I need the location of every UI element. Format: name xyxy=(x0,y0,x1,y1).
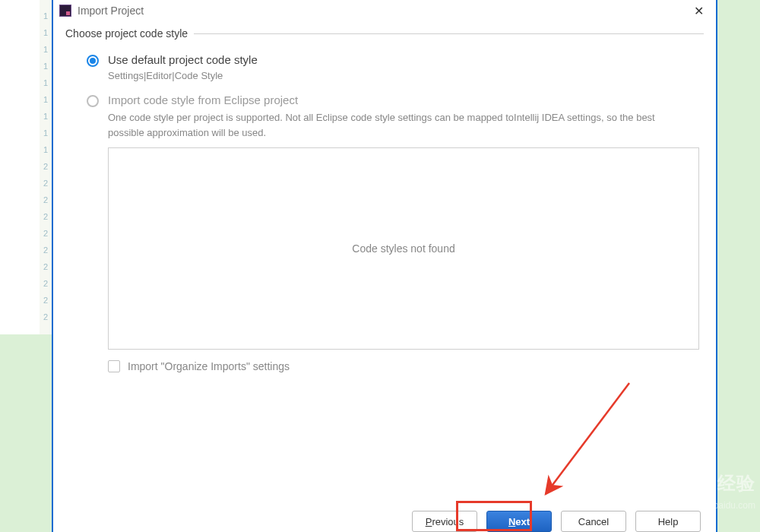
next-button[interactable]: Next xyxy=(486,511,552,532)
background-panel xyxy=(0,0,40,334)
option-default-code-style[interactable]: Use default project code style xyxy=(87,53,704,67)
dialog-content: Choose project code style Use default pr… xyxy=(53,24,716,506)
cancel-button[interactable]: Cancel xyxy=(561,511,626,532)
option-default-label: Use default project code style xyxy=(108,53,258,66)
window-title: Import Project xyxy=(78,5,689,17)
checkbox-icon[interactable] xyxy=(108,360,120,372)
divider xyxy=(194,33,704,34)
option-eclipse-label: Import code style from Eclipse project xyxy=(108,93,298,106)
option-eclipse-description: One code style per project is supported.… xyxy=(108,110,686,140)
previous-button[interactable]: Previous xyxy=(412,511,477,532)
import-project-dialog: Import Project ✕ Choose project code sty… xyxy=(52,0,717,532)
button-bar: Previous Next Cancel Help xyxy=(53,506,716,532)
option-default-sub: Settings|Editor|Code Style xyxy=(108,70,704,81)
help-button[interactable]: Help xyxy=(635,511,701,532)
radio-unselected-icon[interactable] xyxy=(87,95,99,107)
organize-imports-option[interactable]: Import "Organize Imports" settings xyxy=(108,360,704,372)
radio-selected-icon[interactable] xyxy=(87,55,99,67)
list-empty-text: Code styles not found xyxy=(352,242,454,255)
organize-imports-label: Import "Organize Imports" settings xyxy=(128,360,290,372)
option-eclipse-code-style[interactable]: Import code style from Eclipse project xyxy=(87,93,704,107)
section-header: Choose project code style xyxy=(65,27,704,40)
app-icon xyxy=(59,5,71,17)
section-header-label: Choose project code style xyxy=(65,27,188,40)
code-styles-list: Code styles not found xyxy=(108,147,699,350)
line-gutter: 1111111112222222222 xyxy=(40,0,52,334)
close-icon[interactable]: ✕ xyxy=(689,4,708,18)
titlebar: Import Project ✕ xyxy=(53,0,716,24)
